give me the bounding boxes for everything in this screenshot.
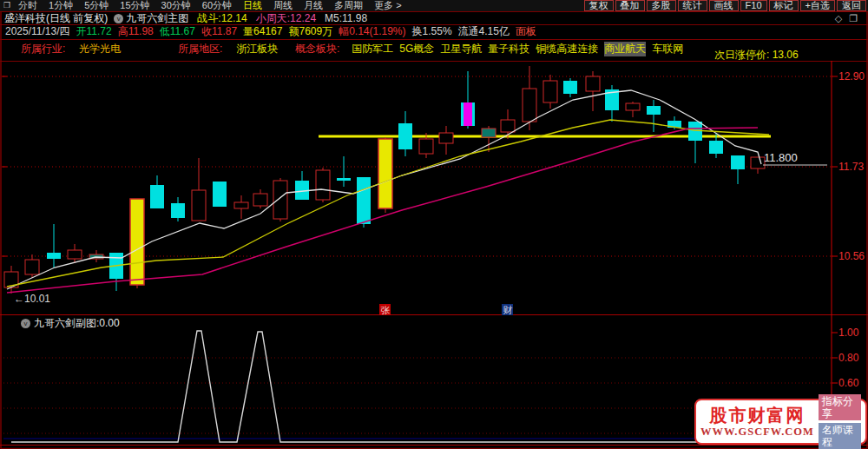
toolbar-buttons: 复权叠加多股统计画线F10标记+自选返回 bbox=[582, 0, 866, 11]
candle-down bbox=[213, 182, 227, 207]
axis-label: 1.00 bbox=[838, 327, 859, 339]
quote-bar: 2025/11/13/四开11.72高11.98低11.67收11.87量641… bbox=[0, 25, 868, 38]
candle-signal-yellow bbox=[378, 139, 392, 208]
toolbar-btn-0[interactable]: 复权 bbox=[584, 0, 614, 11]
axis-label: 11.73 bbox=[838, 161, 864, 173]
indicator-metric-0: 战斗:12.14 bbox=[197, 12, 247, 24]
quote-item-4: 收11.87 bbox=[201, 24, 237, 39]
candle-up bbox=[586, 76, 600, 91]
watermark-box: 股市财富网 WWW.GSCFW.COM 指标分享名师课程 bbox=[694, 399, 867, 445]
candle-up bbox=[253, 194, 267, 206]
axis-label: 0.80 bbox=[838, 352, 859, 364]
toolbar-btn-6[interactable]: 标记 bbox=[769, 0, 799, 11]
title-bar-icons: ◇❐ bbox=[828, 13, 858, 24]
event-marker-1: 财 bbox=[503, 305, 513, 315]
candle-up bbox=[439, 133, 453, 143]
candle-up bbox=[626, 103, 640, 110]
concept-6[interactable]: 车联网 bbox=[652, 42, 683, 56]
concept-0[interactable]: 国防军工 bbox=[352, 42, 393, 56]
title-bar: 盛洋科技(日线 前复权) v 九哥六剑主图 战斗:12.14小周天:12.24M… bbox=[0, 12, 868, 24]
toolbar-btn-1[interactable]: 叠加 bbox=[615, 0, 645, 11]
last-price-label: 11.800 bbox=[764, 151, 798, 164]
next-day-limit-up: 次日涨停价: 13.06 bbox=[714, 48, 799, 63]
candle-up bbox=[68, 250, 82, 259]
candle-down bbox=[709, 141, 723, 154]
watermark-url: WWW.GSCFW.COM bbox=[700, 426, 814, 439]
region-group: 所属地区: 浙江板块 bbox=[178, 42, 278, 56]
candle-up bbox=[25, 260, 39, 274]
region-value[interactable]: 浙江板块 bbox=[236, 42, 278, 56]
toolbar-btn-3[interactable]: 统计 bbox=[678, 0, 707, 11]
watermark-site-name: 股市财富网 bbox=[709, 405, 805, 426]
toolbar-btn-5[interactable]: F10 bbox=[740, 0, 767, 11]
candlestick-chart-canvas[interactable]: 12.9011.7310.561.000.800.600.4011.800←10… bbox=[0, 0, 868, 449]
watermark-badge-1: 名师课程 bbox=[819, 423, 861, 449]
candle-down bbox=[357, 177, 371, 224]
quote-item-0: 2025/11/13/四 bbox=[5, 24, 70, 39]
candle-down bbox=[171, 203, 185, 218]
stock-title: 盛洋科技(日线 前复权) bbox=[4, 11, 108, 26]
concept-5[interactable]: 商业航天 bbox=[604, 42, 646, 56]
quote-item-9: 流通4.15亿 bbox=[458, 24, 510, 39]
concept-3[interactable]: 量子科技 bbox=[488, 42, 529, 56]
candle-up bbox=[273, 181, 287, 219]
industry-group: 所属行业: 光学光电 bbox=[21, 42, 121, 56]
candle-down bbox=[47, 253, 61, 259]
quote-item-6: 额7609万 bbox=[288, 24, 332, 39]
candle-down bbox=[647, 106, 661, 115]
candle-down bbox=[563, 81, 577, 94]
toolbar-btn-4[interactable]: 画线 bbox=[709, 0, 739, 11]
panel-icon[interactable]: ❐ bbox=[849, 13, 858, 23]
window-icon[interactable]: ❐ bbox=[3, 0, 10, 11]
limit-up-label: 次日涨停价: bbox=[714, 49, 769, 61]
quote-item-5: 量64167 bbox=[243, 24, 282, 39]
candle-up bbox=[523, 89, 536, 122]
quote-item-8: 换1.55% bbox=[412, 24, 452, 39]
quote-item-1: 开11.72 bbox=[76, 24, 112, 39]
concept-list: 国防军工5G概念卫星导航量子科技铜缆高速连接商业航天车联网 bbox=[352, 42, 689, 56]
toolbar-btn-2[interactable]: 多股 bbox=[647, 0, 676, 11]
quote-item-3: 低11.67 bbox=[160, 24, 195, 39]
concept-label: 概念板块: bbox=[295, 42, 339, 56]
toolbar-btn-8[interactable]: 返回 bbox=[837, 0, 866, 11]
candle-teal bbox=[482, 129, 496, 137]
axis-label: 12.90 bbox=[838, 70, 865, 83]
industry-label: 所属行业: bbox=[21, 42, 65, 56]
industry-value[interactable]: 光学光电 bbox=[79, 42, 121, 56]
indicator-metric-1: 小周天:12.24 bbox=[256, 12, 316, 24]
quote-item-2: 高11.98 bbox=[118, 24, 154, 39]
candle-up bbox=[543, 81, 557, 102]
sub-indicator-collapse-icon[interactable]: v bbox=[21, 319, 30, 328]
candle-up bbox=[316, 170, 330, 200]
axis-label: 0.60 bbox=[838, 377, 859, 389]
diamond-icon[interactable]: ◇ bbox=[835, 13, 842, 23]
low-price-label: ←10.01 bbox=[14, 293, 50, 305]
sub-indicator-header: v 九哥六剑副图 :0.00 bbox=[21, 317, 120, 329]
watermark-text: 股市财富网 WWW.GSCFW.COM bbox=[700, 405, 814, 439]
watermark-badges: 指标分享名师课程 bbox=[819, 394, 861, 449]
menu-item-10[interactable]: 更多 > bbox=[374, 0, 401, 12]
main-indicator-name: 九哥六剑主图 bbox=[126, 11, 188, 26]
toolbar-btn-7[interactable]: +自选 bbox=[800, 0, 835, 11]
concept-2[interactable]: 卫星导航 bbox=[440, 42, 482, 56]
quote-values: 2025/11/13/四开11.72高11.98低11.67收11.87量641… bbox=[5, 24, 542, 39]
panel-button[interactable]: 面板 bbox=[516, 24, 536, 39]
period-menu-bar: ❐ 分时1分钟5分钟15分钟30分钟60分钟日线周线月线多周期更多 > 复权叠加… bbox=[0, 0, 868, 11]
candle-down bbox=[150, 185, 164, 208]
concept-1[interactable]: 5G概念 bbox=[399, 42, 434, 56]
sub-indicator-name: 九哥六剑副图 bbox=[34, 316, 96, 331]
indicator-values: 战斗:12.14小周天:12.24M5:11.98 bbox=[188, 11, 367, 26]
axis-label: 10.56 bbox=[838, 250, 865, 262]
candle-signal-yellow bbox=[130, 199, 144, 285]
candle-up bbox=[751, 157, 765, 168]
watermark-badge-0: 指标分享 bbox=[819, 394, 861, 420]
candle-down bbox=[731, 155, 745, 169]
indicator-collapse-icon[interactable]: v bbox=[114, 14, 123, 23]
event-marker-0: 张 bbox=[381, 305, 391, 315]
quote-item-7: 幅0.14(1.19%) bbox=[339, 24, 405, 39]
candle-up bbox=[501, 120, 515, 132]
concept-4[interactable]: 铜缆高速连接 bbox=[536, 42, 598, 56]
concept-group: 概念板块: 国防军工5G概念卫星导航量子科技铜缆高速连接商业航天车联网 bbox=[295, 42, 689, 56]
candle-up bbox=[419, 139, 433, 154]
candle-up bbox=[234, 202, 248, 208]
